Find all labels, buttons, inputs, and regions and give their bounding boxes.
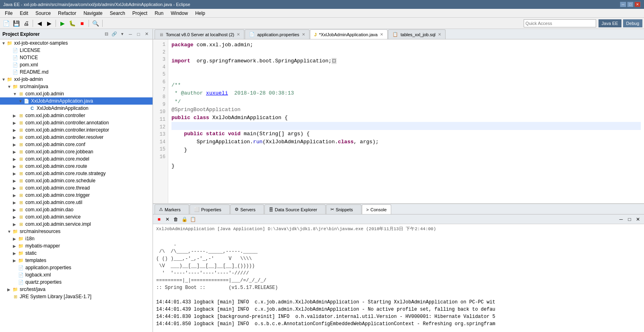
editor-tab-main_java[interactable]: J*XxlJobAdminApplication.java✕ bbox=[310, 29, 388, 39]
tree-item[interactable]: ▶⊞com.xxl.job.admin.controller.intercept… bbox=[0, 126, 153, 134]
tree-item[interactable]: CXxlJobAdminApplication bbox=[0, 105, 153, 112]
tree-item[interactable]: ▼📁xxl-job-executor-samples bbox=[0, 39, 153, 47]
search-button[interactable]: 🔍 bbox=[91, 19, 100, 28]
bottom-tab-snippets[interactable]: ✂ Snippets bbox=[326, 204, 361, 214]
forward-button[interactable]: ▶ bbox=[45, 19, 54, 28]
run-button[interactable]: ▶ bbox=[58, 19, 67, 28]
tree-item[interactable]: ▶⊞com.xxl.job.admin.controller.annotatio… bbox=[0, 119, 153, 126]
tree-item[interactable]: ▼📁xxl-job-admin bbox=[0, 76, 153, 83]
tree-item[interactable]: ⊞JRE System Library [JavaSE-1.7] bbox=[0, 293, 153, 300]
menu-item-project[interactable]: Project bbox=[129, 10, 151, 17]
tree-item[interactable]: ▼📄XxlJobAdminApplication.java bbox=[0, 97, 153, 105]
stop-button[interactable]: ■ bbox=[78, 19, 87, 28]
tree-item[interactable]: ▶📁mybatis-mapper bbox=[0, 242, 153, 250]
link-editor-button[interactable]: 🔗 bbox=[111, 31, 118, 38]
back-button[interactable]: ◀ bbox=[35, 19, 44, 28]
menu-item-refactor[interactable]: Refactor bbox=[55, 10, 79, 17]
quick-access-input[interactable] bbox=[524, 19, 596, 27]
tree-item[interactable]: ▶⊞com.xxl.job.admin.core.thread bbox=[0, 184, 153, 192]
editor-tab-tomcat[interactable]: 🖥Tomcat v8.0 Server at localhost (2)✕ bbox=[155, 29, 244, 39]
tree-item[interactable]: ▶⊞com.xxl.job.admin.core.model bbox=[0, 155, 153, 163]
console-clear-button[interactable]: 🗑 bbox=[172, 216, 180, 223]
code-line: public static void main(String[] args) { bbox=[171, 130, 641, 138]
tree-item[interactable]: ▶⊞com.xxl.job.admin.core.route bbox=[0, 163, 153, 170]
bottom-tab-markers[interactable]: ⚠ Markers bbox=[155, 204, 189, 214]
panel-close-button[interactable]: ✕ bbox=[143, 31, 150, 38]
menu-item-help[interactable]: Help bbox=[192, 10, 208, 17]
menu-item-navigate[interactable]: Navigate bbox=[80, 10, 105, 17]
console-terminate-button[interactable]: ■ bbox=[155, 216, 163, 223]
panel-maximize-button[interactable]: □ bbox=[135, 31, 142, 38]
tree-item[interactable]: 📄application.properties bbox=[0, 264, 153, 271]
tab-close-button[interactable]: ✕ bbox=[302, 32, 305, 37]
tree-item[interactable]: ▶⊞com.xxl.job.admin.controller.resolver bbox=[0, 134, 153, 141]
menu-item-window[interactable]: Window bbox=[167, 10, 191, 17]
tab-close-button[interactable]: ✕ bbox=[438, 32, 441, 37]
tree-item[interactable]: 📄logback.xml bbox=[0, 271, 153, 278]
tree-label: src/main/java bbox=[20, 84, 48, 89]
tree-icon: 📄 bbox=[12, 62, 19, 68]
bottom-tab-console[interactable]: > Console bbox=[362, 204, 391, 214]
panel-toolbar: ⊟ 🔗 ▾ ─ □ ✕ bbox=[103, 31, 150, 38]
tree-item[interactable]: ▶📁i18n bbox=[0, 235, 153, 242]
tree-item[interactable]: ▼📁src/main/java bbox=[0, 83, 153, 90]
tree-item[interactable]: ▶⊞com.xxl.job.admin.controller bbox=[0, 112, 153, 119]
tree-item[interactable]: ▶⊞com.xxl.job.admin.core.schedule bbox=[0, 177, 153, 184]
tree-item[interactable]: ▶⊞com.xxl.job.admin.service bbox=[0, 213, 153, 221]
tree-icon: ⊞ bbox=[18, 177, 24, 184]
menu-item-source[interactable]: Source bbox=[32, 10, 54, 17]
tree-item[interactable]: ▶📁static bbox=[0, 250, 153, 257]
bottom-tab-servers[interactable]: ⚙ Servers bbox=[230, 204, 264, 214]
bottom-tab-properties[interactable]: ⬜ Properties bbox=[190, 204, 230, 214]
console-content[interactable]: XxlJobAdminApplication [Java Application… bbox=[153, 224, 644, 332]
tab-close-button[interactable]: ✕ bbox=[237, 32, 240, 37]
tree-label: com.xxl.job.admin.core.route.strategy bbox=[25, 171, 105, 176]
console-close-button[interactable]: ✕ bbox=[634, 216, 642, 223]
code-editor[interactable]: 12345678910111213141516 package com.xxl.… bbox=[153, 39, 644, 203]
tree-item[interactable]: 📄quartz.properties bbox=[0, 278, 153, 286]
debug-run-button[interactable]: 🐛 bbox=[68, 19, 77, 28]
tree-item[interactable]: 📄README.md bbox=[0, 68, 153, 76]
tree-item[interactable]: ▶⊞com.xxl.job.admin.service.impl bbox=[0, 221, 153, 228]
debug-perspective-button[interactable]: Debug bbox=[623, 19, 642, 27]
toolbar-separator-2 bbox=[56, 20, 56, 27]
tree-item[interactable]: 📄pom.xml bbox=[0, 61, 153, 68]
tab-close-button[interactable]: ✕ bbox=[380, 32, 383, 37]
tree-item[interactable]: ▶⊞com.xxl.job.admin.core.util bbox=[0, 199, 153, 206]
tree-item[interactable]: ▶⊞com.xxl.job.admin.core.jobbean bbox=[0, 148, 153, 155]
editor-tab-tables_sql[interactable]: 📋tables_xxl_job.sql✕ bbox=[388, 29, 446, 39]
tree-item[interactable]: 📄NOTICE bbox=[0, 54, 153, 61]
menu-item-search[interactable]: Search bbox=[107, 10, 128, 17]
editor-tab-app_props[interactable]: 📄application.properties✕ bbox=[245, 29, 310, 39]
line-number: 14 bbox=[153, 138, 165, 146]
menu-item-run[interactable]: Run bbox=[151, 10, 167, 17]
console-scroll-lock-button[interactable]: 🔒 bbox=[181, 216, 188, 223]
save-button[interactable]: 💾 bbox=[12, 19, 21, 28]
code-content[interactable]: package com.xxl.job.admin;import org.spr… bbox=[168, 39, 644, 203]
collapse-all-button[interactable]: ⊟ bbox=[103, 31, 110, 38]
tree-item[interactable]: ▶📁src/test/java bbox=[0, 286, 153, 293]
bottom-tab-data-source-explorer[interactable]: 🗄 Data Source Explorer bbox=[264, 204, 326, 214]
tree-item[interactable]: ▼📁src/main/resources bbox=[0, 228, 153, 235]
console-copy-button[interactable]: 📋 bbox=[189, 216, 196, 223]
tree-item[interactable]: ▶📁templates bbox=[0, 257, 153, 264]
java-ee-perspective-button[interactable]: Java EE bbox=[599, 19, 621, 27]
tree-item[interactable]: ▶⊞com.xxl.job.admin.core.route.strategy bbox=[0, 170, 153, 177]
menu-item-file[interactable]: File bbox=[2, 10, 16, 17]
tree-item[interactable]: ▶⊞com.xxl.job.admin.core.conf bbox=[0, 141, 153, 148]
tree-item[interactable]: ▶⊞com.xxl.job.admin.dao bbox=[0, 206, 153, 213]
menu-item-edit[interactable]: Edit bbox=[17, 10, 31, 17]
print-button[interactable]: 🖨 bbox=[22, 19, 31, 28]
minimize-button[interactable]: ─ bbox=[620, 2, 626, 7]
maximize-button[interactable]: □ bbox=[627, 2, 634, 7]
new-button[interactable]: 📄 bbox=[2, 19, 11, 28]
console-maximize-button[interactable]: □ bbox=[626, 216, 633, 223]
tree-item[interactable]: 📄LICENSE bbox=[0, 47, 153, 54]
tree-item[interactable]: ▶⊞com.xxl.job.admin.core.trigger bbox=[0, 192, 153, 199]
tree-item[interactable]: ▼⊞com.xxl.job.admin bbox=[0, 90, 153, 97]
console-minimize-button[interactable]: ─ bbox=[617, 216, 625, 223]
panel-menu-button[interactable]: ▾ bbox=[119, 31, 126, 38]
close-button[interactable]: ✕ bbox=[634, 2, 641, 7]
console-remove-button[interactable]: ✕ bbox=[164, 216, 171, 223]
panel-minimize-button[interactable]: ─ bbox=[127, 31, 134, 38]
